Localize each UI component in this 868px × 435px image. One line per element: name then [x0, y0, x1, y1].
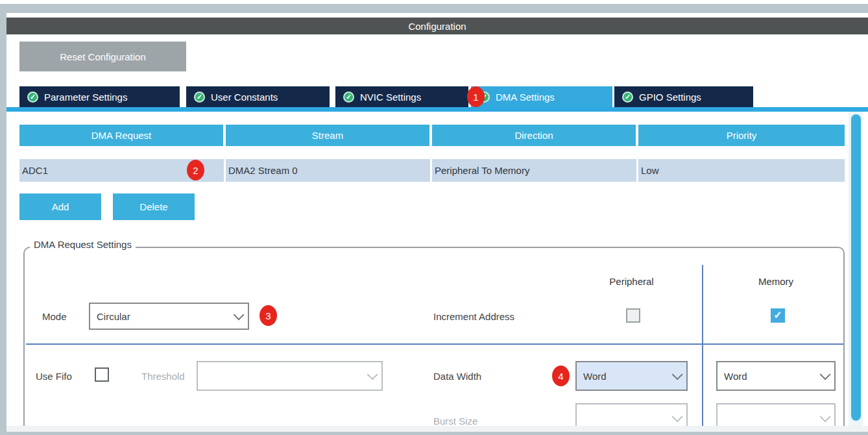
data-width-memory-select[interactable]: Word [716, 361, 836, 391]
column-header-dma-request[interactable]: DMA Request [19, 125, 223, 146]
increment-peripheral-checkbox[interactable] [626, 308, 640, 323]
check-icon: ✓ [622, 92, 633, 103]
tab-label: Parameter Settings [44, 92, 127, 103]
tab-label: GPIO Settings [639, 92, 701, 103]
cell-direction[interactable]: Peripheral To Memory [432, 159, 635, 182]
use-fifo-checkbox[interactable] [95, 367, 109, 382]
tab-nvic-settings[interactable]: ✓ NVIC Settings [335, 86, 468, 107]
dialog-titlebar: Configuration [6, 18, 868, 34]
column-header-direction[interactable]: Direction [432, 125, 636, 146]
tab-user-constants[interactable]: ✓ User Constants [186, 86, 330, 107]
data-width-peripheral-select[interactable]: Word [575, 361, 688, 391]
increment-address-label: Increment Address [433, 308, 514, 324]
annotation-badge-3: 3 [259, 305, 277, 326]
threshold-select [197, 361, 383, 391]
chevron-down-icon [672, 411, 683, 422]
window-bottom-strip [0, 432, 868, 435]
chevron-down-icon [672, 369, 683, 380]
threshold-label: Threshold [141, 368, 185, 384]
tab-label: User Constants [211, 92, 278, 103]
window-top-strip [0, 4, 868, 13]
tab-label: DMA Settings [496, 92, 555, 103]
annotation-badge-2: 2 [187, 160, 204, 180]
data-width-memory-value: Word [724, 371, 820, 382]
add-button[interactable]: Add [19, 193, 101, 220]
tab-parameter-settings[interactable]: ✓ Parameter Settings [19, 86, 180, 107]
dialog-title: Configuration [408, 21, 466, 32]
column-header-priority[interactable]: Priority [638, 125, 845, 146]
use-fifo-label: Use Fifo [36, 368, 72, 384]
peripheral-column-header: Peripheral [575, 273, 688, 289]
window-bottom-inner-strip [6, 426, 868, 432]
chevron-down-icon [820, 411, 831, 422]
check-icon: ✓ [27, 92, 38, 103]
tab-dma-settings[interactable]: ✓ DMA Settings [471, 86, 612, 107]
mode-label: Mode [42, 308, 67, 324]
data-width-peripheral-value: Word [583, 371, 672, 382]
peripheral-memory-divider [702, 265, 703, 435]
section-divider [26, 343, 843, 345]
mode-value: Circular [97, 311, 234, 322]
reset-configuration-button[interactable]: Reset Configuration [19, 42, 186, 71]
mode-select[interactable]: Circular [89, 303, 249, 330]
window-left-strip [0, 4, 6, 435]
memory-column-header: Memory [716, 273, 836, 289]
tab-gpio-settings[interactable]: ✓ GPIO Settings [614, 86, 753, 107]
data-width-label: Data Width [433, 368, 481, 384]
column-header-stream[interactable]: Stream [226, 125, 429, 146]
cell-stream[interactable]: DMA2 Stream 0 [226, 159, 429, 182]
active-tab-underline [6, 107, 868, 112]
vertical-scrollbar-thumb[interactable] [851, 114, 861, 421]
tab-label: NVIC Settings [360, 92, 421, 103]
check-icon: ✓ [194, 92, 205, 103]
increment-memory-checkbox[interactable]: ✓ [771, 308, 785, 323]
cell-priority[interactable]: Low [638, 159, 845, 182]
chevron-down-icon [367, 369, 378, 380]
delete-button[interactable]: Delete [113, 193, 195, 220]
annotation-badge-1: 1 [467, 86, 485, 107]
check-icon: ✓ [343, 92, 354, 103]
group-legend: DMA Request Settings [30, 238, 136, 251]
chevron-down-icon [820, 369, 831, 380]
chevron-down-icon [234, 309, 245, 320]
annotation-badge-4: 4 [552, 366, 570, 386]
